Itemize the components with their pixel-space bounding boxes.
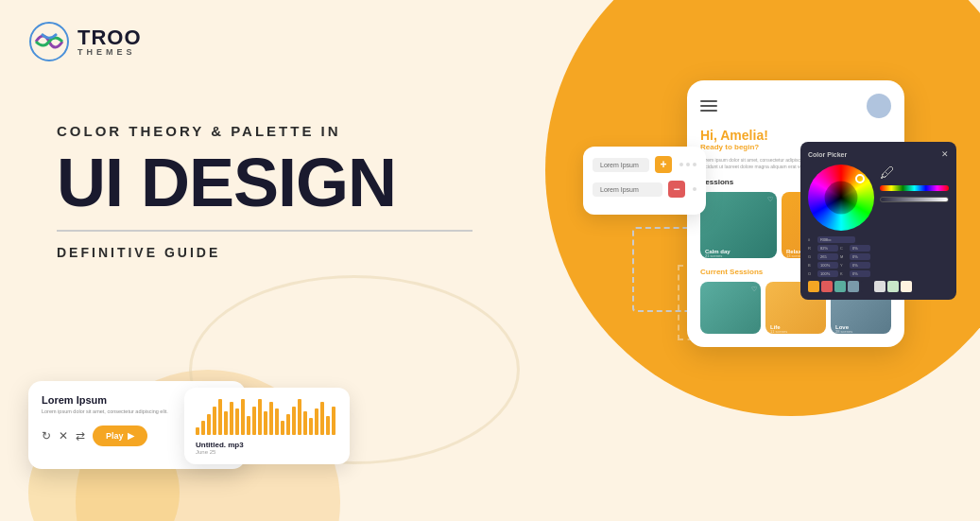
menu-line <box>700 100 717 102</box>
picker-val-row: G 265 M 0% <box>808 253 870 260</box>
wave-bar <box>207 414 211 435</box>
color-wheel-inner <box>825 182 858 215</box>
menu-icon[interactable] <box>700 100 717 112</box>
color-wheel[interactable] <box>808 165 874 231</box>
form-row-1: Lorem Ipsum + <box>593 156 696 173</box>
swatch[interactable] <box>834 281 846 292</box>
wave-bar <box>303 411 307 435</box>
picker-col-1: # R08bc R 82% C 0% G 265 M 0% B 100% Y 0… <box>808 236 870 277</box>
form-dots-1 <box>679 163 696 166</box>
repeat-icon[interactable]: ↻ <box>42 429 51 443</box>
form-label-2: Lorem Ipsum <box>593 182 662 197</box>
wave-bar <box>326 416 330 435</box>
session-card-calm[interactable]: ♡ Calm day 21 scenes <box>700 192 777 258</box>
audio-filename: Untitled. mp3 <box>196 441 338 449</box>
menu-line <box>700 110 717 112</box>
subtitle: Color Theory & Palette in <box>57 123 473 139</box>
picker-title: Color Picker <box>808 151 847 158</box>
picker-val-row: R 82% C 0% <box>808 245 870 252</box>
color-picker-mockup: Color Picker ✕ 🖊 # R08bc R 82% C 0% <box>800 142 956 300</box>
wave-bar <box>315 408 318 435</box>
form-mockup: Lorem Ipsum + Lorem Ipsum − <box>583 147 706 215</box>
picker-header: Color Picker ✕ <box>808 149 949 159</box>
form-dots-2 <box>693 187 696 191</box>
app-header <box>700 94 891 118</box>
close-icon[interactable]: ✕ <box>59 429 68 443</box>
logo-brand: TROO <box>77 27 142 48</box>
swatch[interactable] <box>901 281 912 292</box>
swatch[interactable] <box>887 281 899 292</box>
color-wheel-area: 🖊 <box>808 165 949 231</box>
picker-val-row: # R08bc <box>808 236 870 243</box>
play-arrow-icon: ▶ <box>128 431 134 441</box>
wave-bar <box>292 407 296 435</box>
wave-bar <box>264 411 267 435</box>
logo-text: TROO THEMES <box>77 27 142 57</box>
wave-bar <box>281 421 284 435</box>
wave-bar <box>230 402 233 435</box>
logo-area: TROO THEMES <box>28 21 142 62</box>
color-swatches <box>808 281 949 292</box>
wave-bar <box>218 399 222 435</box>
wave-bar <box>309 418 313 435</box>
left-content: Color Theory & Palette in UI DESIGN Defi… <box>57 123 473 260</box>
play-label: Play <box>106 431 124 441</box>
form-label-1: Lorem Ipsum <box>593 158 649 172</box>
logo-sub: THEMES <box>77 48 142 57</box>
dot <box>693 163 696 166</box>
logo-icon <box>28 21 70 62</box>
play-button[interactable]: Play ▶ <box>93 425 147 446</box>
picker-val-row: B 100% Y 0% <box>808 262 870 269</box>
wave-bar <box>332 407 335 435</box>
wave-bar <box>269 402 273 435</box>
wave-bar <box>258 399 262 435</box>
audio-card: Untitled. mp3 June 25 <box>184 388 350 464</box>
swatch[interactable] <box>821 281 833 292</box>
heart-icon: ♡ <box>767 196 773 203</box>
wave-bar <box>275 408 279 435</box>
menu-line <box>700 105 717 107</box>
swatch[interactable] <box>848 281 859 292</box>
wave-bar <box>224 411 228 435</box>
waveform <box>196 397 338 435</box>
wave-bar <box>235 408 239 435</box>
form-row-2: Lorem Ipsum − <box>593 181 696 198</box>
card-sublabel: 21 scenes <box>705 253 722 258</box>
wave-bar <box>201 421 205 435</box>
shuffle-icon[interactable]: ⇄ <box>76 429 85 443</box>
hi-text: Hi, Amelia! <box>700 128 891 143</box>
swatch[interactable] <box>808 281 819 292</box>
dropper-icon[interactable]: 🖊 <box>880 165 949 182</box>
form-minus-button[interactable]: − <box>668 181 685 198</box>
picker-values-area: # R08bc R 82% C 0% G 265 M 0% B 100% Y 0… <box>808 236 949 277</box>
card-sublabel: 28 scenes <box>835 329 852 334</box>
heart-icon: ♡ <box>751 286 757 293</box>
tagline: Definitive Guide <box>57 245 473 260</box>
swatch[interactable] <box>874 281 885 292</box>
avatar <box>867 94 891 118</box>
dot <box>686 163 690 166</box>
wave-bar <box>320 402 324 435</box>
main-title: UI DESIGN <box>57 148 473 217</box>
divider <box>57 230 473 232</box>
hue-slider[interactable] <box>880 185 949 191</box>
wave-bar <box>298 399 301 435</box>
wave-bar <box>196 427 199 435</box>
wave-bar <box>213 407 216 435</box>
swatch[interactable] <box>861 281 872 292</box>
picker-close-button[interactable]: ✕ <box>941 149 949 159</box>
dot <box>693 187 696 191</box>
form-plus-button[interactable]: + <box>655 156 672 173</box>
wave-bar <box>286 414 290 435</box>
wave-bar <box>241 399 245 435</box>
color-wheel-handle[interactable] <box>855 174 865 183</box>
opacity-slider[interactable] <box>880 197 949 202</box>
dot <box>679 163 683 166</box>
wave-bar <box>247 416 250 435</box>
audio-date: June 25 <box>196 449 338 455</box>
current-card-teal[interactable]: ♡ <box>700 282 761 334</box>
card-sublabel: 11 scenes <box>770 329 787 334</box>
picker-val-row: O 100% K 0% <box>808 270 870 277</box>
wave-bar <box>252 407 256 435</box>
